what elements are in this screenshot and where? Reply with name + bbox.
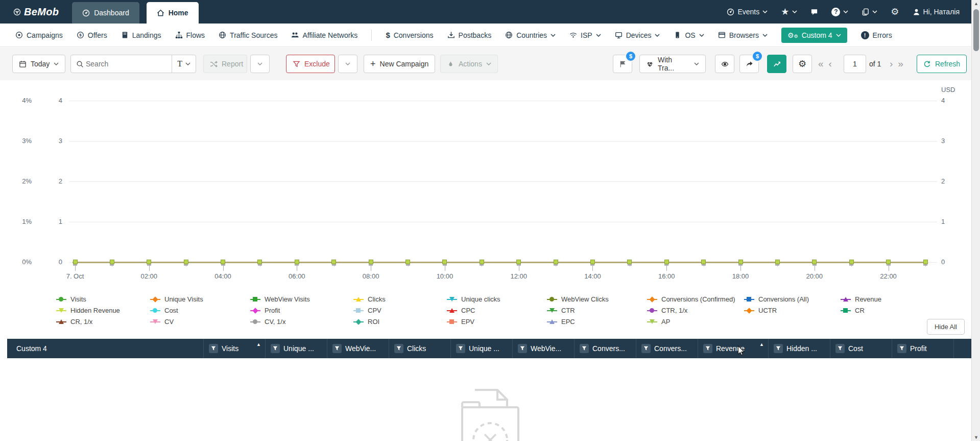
prev-page-button[interactable]: ‹ (827, 58, 834, 69)
nav-isp[interactable]: ISP (569, 31, 601, 39)
legend-item-uctr[interactable]: UCTR (744, 307, 777, 314)
nav-browsers[interactable]: Browsers (718, 31, 768, 39)
nav-campaigns[interactable]: Campaigns (15, 31, 63, 39)
column-header-cost[interactable]: Cost (830, 339, 892, 358)
exclude-dropdown-button[interactable] (338, 55, 357, 73)
column-header-group[interactable]: Custom 4 (7, 339, 203, 358)
legend-item-cv-1-x[interactable]: CV, 1/x (250, 318, 285, 326)
report-dropdown-button[interactable] (250, 55, 270, 73)
legend-item-webview-visits[interactable]: WebView Visits (250, 295, 310, 303)
legend-item-cr[interactable]: CR (841, 307, 865, 314)
legend-item-visits[interactable]: Visits (56, 295, 86, 303)
hide-all-button[interactable]: Hide All (927, 319, 965, 335)
nav-errors[interactable]: ! Errors (861, 31, 892, 39)
last-page-button[interactable]: » (896, 58, 905, 69)
report-button[interactable]: Report (203, 55, 247, 73)
filter-funnel-icon[interactable] (835, 344, 845, 353)
legend-item-webview-clicks[interactable]: WebView Clicks (547, 295, 609, 303)
nav-os[interactable]: OS (674, 31, 704, 39)
flag-filter-button[interactable]: $ (613, 55, 632, 73)
table-settings-button[interactable]: ⚙ (793, 55, 812, 73)
chat-button[interactable] (810, 8, 818, 16)
filter-funnel-icon[interactable] (703, 344, 712, 353)
column-header-webview-visits[interactable]: WebVie... (327, 339, 389, 358)
nav-traffic-sources[interactable]: Traffic Sources (219, 31, 277, 39)
legend-item-epv[interactable]: EPV (447, 318, 474, 326)
settings-button[interactable]: ⚙ (891, 7, 899, 16)
new-campaign-button[interactable]: + New Campaign (364, 55, 435, 73)
filter-funnel-icon[interactable] (209, 344, 218, 353)
resources-menu[interactable] (862, 8, 877, 16)
visibility-button[interactable] (715, 55, 734, 73)
nav-landings[interactable]: Landings (121, 31, 161, 39)
legend-item-revenue[interactable]: Revenue (841, 295, 881, 303)
actions-button[interactable]: Actions (440, 55, 498, 73)
search-input[interactable] (84, 60, 172, 68)
scrollbar-thumb[interactable] (973, 9, 979, 51)
column-header-visits[interactable]: Visits ▲ (203, 339, 265, 358)
nav-postbacks[interactable]: Postbacks (447, 31, 492, 39)
legend-item-cv[interactable]: CV (150, 318, 174, 326)
column-header-conversions-confirmed[interactable]: Convers... (574, 339, 636, 358)
tab-home[interactable]: Home (147, 2, 199, 24)
column-header-clicks[interactable]: Clicks (389, 339, 450, 358)
vertical-scrollbar[interactable]: ▲ ▼ (971, 0, 980, 441)
with-traffic-select[interactable]: With Tra... (639, 55, 706, 73)
filter-funnel-icon[interactable] (456, 344, 465, 353)
nav-custom-group[interactable]: ⚙⚙ Custom 4 (781, 28, 847, 43)
page-number-input[interactable] (844, 55, 866, 73)
legend-item-cpv[interactable]: CPV (353, 307, 381, 314)
nav-affiliate-networks[interactable]: Affiliate Networks (291, 31, 357, 39)
nav-conversions[interactable]: $ Conversions (386, 31, 433, 39)
bemob-logo[interactable]: BeMob (13, 6, 59, 18)
legend-item-conversions-all-[interactable]: Conversions (All) (744, 295, 809, 303)
chart-toggle-button[interactable] (767, 55, 786, 73)
nav-devices[interactable]: Devices (615, 31, 660, 39)
legend-item-roi[interactable]: ROI (353, 318, 379, 326)
column-header-unique-clicks[interactable]: Unique ... (450, 339, 512, 358)
next-page-button[interactable]: › (888, 58, 895, 69)
filter-funnel-icon[interactable] (897, 344, 906, 353)
filter-funnel-icon[interactable] (518, 344, 527, 353)
nav-countries[interactable]: Countries (505, 31, 556, 39)
legend-item-hidden-revenue[interactable]: Hidden Revenue (56, 307, 120, 314)
help-menu[interactable]: ? (831, 8, 848, 16)
user-menu[interactable]: Hi, Наталія (913, 8, 960, 16)
filter-funnel-icon[interactable] (332, 344, 342, 353)
legend-item-ctr[interactable]: CTR (547, 307, 575, 314)
column-header-unique-visits[interactable]: Unique ... (265, 339, 327, 358)
filter-funnel-icon[interactable] (580, 344, 589, 353)
column-header-conversions-all[interactable]: Convers... (636, 339, 698, 358)
tab-dashboard[interactable]: Dashboard (72, 2, 139, 24)
legend-item-conversions-confirmed-[interactable]: Conversions (Confirmed) (647, 295, 735, 303)
search-type-filter[interactable]: T (172, 55, 196, 73)
column-header-profit[interactable]: Profit (892, 339, 953, 358)
legend-item-ap[interactable]: AP (647, 318, 670, 326)
favorites-menu[interactable]: ★ (781, 6, 797, 17)
events-menu[interactable]: Events (727, 8, 768, 16)
legend-item-unique-clicks[interactable]: Unique clicks (447, 295, 500, 303)
legend-item-ctr-1-x[interactable]: CTR, 1/x (647, 307, 687, 314)
legend-item-clicks[interactable]: Clicks (353, 295, 386, 303)
exclude-button[interactable]: Exclude (286, 55, 335, 73)
date-range-button[interactable]: Today (12, 55, 65, 73)
legend-item-unique-visits[interactable]: Unique Visits (150, 295, 203, 303)
scroll-up-arrow[interactable]: ▲ (972, 0, 980, 7)
legend-item-cr-1-x[interactable]: CR, 1/x (56, 318, 92, 326)
nav-flows[interactable]: Flows (175, 31, 205, 39)
legend-item-cpc[interactable]: CPC (447, 307, 475, 314)
column-header-revenue[interactable]: Revenue ▲ (698, 339, 768, 358)
column-header-webview-clicks[interactable]: WebVie... (512, 339, 574, 358)
refresh-button[interactable]: Refresh (917, 55, 967, 73)
filter-funnel-icon[interactable] (394, 344, 403, 353)
share-button[interactable]: $ (739, 55, 759, 73)
first-page-button[interactable]: « (816, 58, 826, 69)
filter-funnel-icon[interactable] (774, 344, 783, 353)
filter-funnel-icon[interactable] (641, 344, 651, 353)
legend-item-cost[interactable]: Cost (150, 307, 178, 314)
legend-item-epc[interactable]: EPC (547, 318, 575, 326)
filter-funnel-icon[interactable] (271, 344, 280, 353)
scroll-down-arrow[interactable]: ▼ (972, 434, 980, 441)
column-header-hidden-revenue[interactable]: Hidden ... (768, 339, 830, 358)
legend-item-profit[interactable]: Profit (250, 307, 280, 314)
